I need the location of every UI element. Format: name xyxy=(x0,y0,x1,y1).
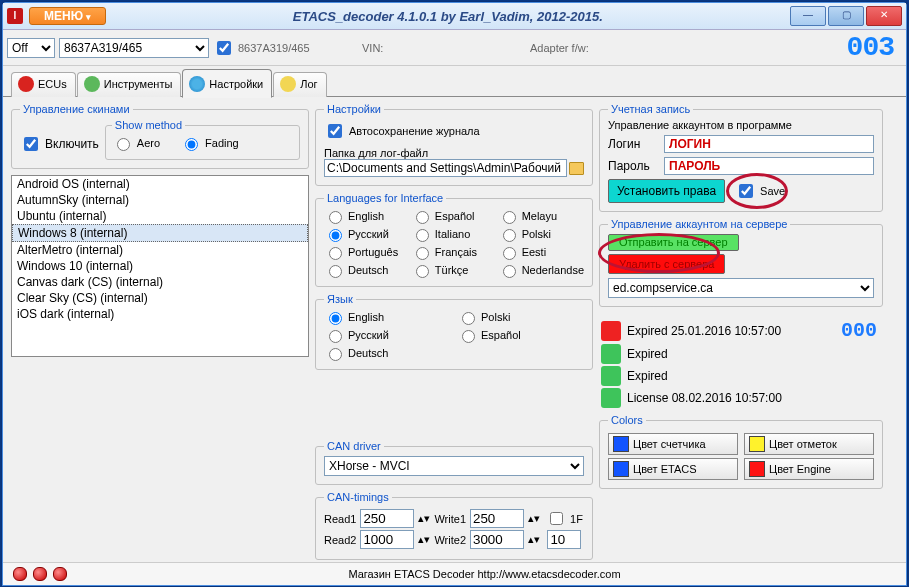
license-text: Expired xyxy=(627,347,668,361)
list-item[interactable]: Android OS (internal) xyxy=(12,176,308,192)
lang-option[interactable]: Deutsch xyxy=(324,345,451,361)
skins-group: Управление скинами Включить Show method … xyxy=(11,103,309,169)
autosave-check[interactable]: Автосохранение журнала xyxy=(324,119,584,143)
lang-option[interactable]: Deutsch xyxy=(324,262,405,278)
delete-server-button[interactable]: Удалить с сервера xyxy=(608,254,725,274)
aero-radio[interactable]: Aero xyxy=(112,133,160,153)
list-item[interactable]: Windows 8 (internal) xyxy=(12,224,308,242)
tab-ecus[interactable]: ECUs xyxy=(11,72,76,97)
account-group: Учетная запись Управление аккаунтом в пр… xyxy=(599,103,883,212)
fading-radio[interactable]: Fading xyxy=(180,133,239,153)
color-etacs-button[interactable]: Цвет ETACS xyxy=(608,458,738,480)
pass-input[interactable] xyxy=(664,157,874,175)
color-swatch-icon xyxy=(613,436,629,452)
lang-option[interactable]: Nederlandse xyxy=(498,262,584,278)
color-marks-button[interactable]: Цвет отметок xyxy=(744,433,874,455)
save-check[interactable]: Save xyxy=(735,179,785,203)
skins-enable-checkbox[interactable] xyxy=(24,137,38,151)
license-row: License 08.02.2016 10:57:00 xyxy=(601,388,881,408)
window-title: ETACS_decoder 4.1.0.1 by Earl_Vadim, 201… xyxy=(106,9,790,24)
colors-group: Colors Цвет счетчика Цвет отметок Цвет E… xyxy=(599,414,883,489)
read2-input[interactable] xyxy=(360,530,414,549)
tab-settings[interactable]: Настройки xyxy=(182,69,272,98)
can-timings-group: CAN-timings Read1▴▾Write1▴▾ Read2▴▾Write… xyxy=(315,491,593,560)
lang-option[interactable]: Español xyxy=(457,327,584,343)
oneF-check[interactable]: 1F xyxy=(546,507,583,530)
send-server-button[interactable]: Отправить на сервер xyxy=(608,234,739,251)
license-row: Expired xyxy=(601,366,881,386)
show-method-group: Show method Aero Fading xyxy=(105,119,300,160)
folder-icon[interactable] xyxy=(569,162,584,175)
license-text: Expired xyxy=(627,369,668,383)
list-item[interactable]: Canvas dark (CS) (internal) xyxy=(12,274,308,290)
license-text: Expired 25.01.2016 10:57:00 xyxy=(627,324,781,338)
color-swatch-icon xyxy=(613,461,629,477)
maximize-button[interactable]: ▢ xyxy=(828,6,864,26)
can-driver-combo[interactable]: XHorse - MVCI xyxy=(324,456,584,476)
enable-checkbox[interactable] xyxy=(217,41,231,55)
led-icon xyxy=(33,567,47,581)
logfolder-input[interactable] xyxy=(324,159,567,177)
lang-option[interactable]: Русский xyxy=(324,327,451,343)
part-combo[interactable]: 8637A319/465 xyxy=(59,38,209,58)
tab-instr-label: Инструменты xyxy=(104,78,173,90)
tab-log[interactable]: Лог xyxy=(273,72,326,97)
server-combo[interactable]: ed.compservice.ca xyxy=(608,278,874,298)
list-item[interactable]: Clear Sky (CS) (internal) xyxy=(12,290,308,306)
tab-settings-label: Настройки xyxy=(209,78,263,90)
list-item[interactable]: Windows 10 (internal) xyxy=(12,258,308,274)
can-timings-legend: CAN-timings xyxy=(324,491,392,503)
minimize-button[interactable]: — xyxy=(790,6,826,26)
lang-option[interactable]: Türkçe xyxy=(411,262,492,278)
list-item[interactable]: AutumnSky (internal) xyxy=(12,192,308,208)
led-icon xyxy=(53,567,67,581)
lang-option[interactable]: Polski xyxy=(457,309,584,325)
write2-input[interactable] xyxy=(470,530,524,549)
log-icon xyxy=(280,76,296,92)
color-swatch-icon xyxy=(749,436,765,452)
tab-instruments[interactable]: Инструменты xyxy=(77,72,182,97)
list-item[interactable]: AlterMetro (internal) xyxy=(12,242,308,258)
status-icon xyxy=(601,321,621,341)
list-item[interactable]: iOS dark (internal) xyxy=(12,306,308,322)
tab-log-label: Лог xyxy=(300,78,317,90)
menu-button[interactable]: МЕНЮ xyxy=(29,7,106,25)
read1-input[interactable] xyxy=(360,509,414,528)
lang-option[interactable]: Eesti xyxy=(498,244,584,260)
lang-option[interactable]: Русский xyxy=(324,226,405,242)
status-icon xyxy=(601,344,621,364)
list-item[interactable]: Ubuntu (internal) xyxy=(12,208,308,224)
read1-label: Read1 xyxy=(324,513,356,525)
color-counter-button[interactable]: Цвет счетчика xyxy=(608,433,738,455)
status-bar: Магазин ETACS Decoder http://www.etacsde… xyxy=(3,562,906,585)
lang-option[interactable]: Italiano xyxy=(411,226,492,242)
can-driver-group: CAN driver XHorse - MVCI xyxy=(315,440,593,485)
license-row: Expired 25.01.2016 10:57:00000 xyxy=(601,319,881,342)
lang-option[interactable]: Português xyxy=(324,244,405,260)
oneF-input[interactable] xyxy=(547,530,581,549)
skins-list[interactable]: Android OS (internal) AutumnSky (interna… xyxy=(11,175,309,357)
write1-input[interactable] xyxy=(470,509,524,528)
pass-label: Пароль xyxy=(608,159,658,173)
off-combo[interactable]: Off xyxy=(7,38,55,58)
counter-display: 003 xyxy=(847,32,894,63)
lang-option[interactable]: Français xyxy=(411,244,492,260)
lang-option[interactable]: English xyxy=(324,309,451,325)
login-input[interactable] xyxy=(664,135,874,153)
status-text: Магазин ETACS Decoder http://www.etacsde… xyxy=(73,568,896,580)
server-account-group: Управление аккаунтом на сервере Отправит… xyxy=(599,218,883,307)
adapter-label: Adapter f/w: xyxy=(530,42,590,54)
lang-option[interactable]: English xyxy=(324,208,405,224)
lang-legend: Язык xyxy=(324,293,356,305)
set-rights-button[interactable]: Установить права xyxy=(608,179,725,203)
color-swatch-icon xyxy=(749,461,765,477)
can-legend: CAN driver xyxy=(324,440,384,452)
lang-option[interactable]: Español xyxy=(411,208,492,224)
login-label: Логин xyxy=(608,137,658,151)
color-engine-button[interactable]: Цвет Engine xyxy=(744,458,874,480)
led-icon xyxy=(13,567,27,581)
vin-label: VIN: xyxy=(362,42,422,54)
lang-option[interactable]: Polski xyxy=(498,226,584,242)
close-button[interactable]: ✕ xyxy=(866,6,902,26)
lang-option[interactable]: Melayu xyxy=(498,208,584,224)
